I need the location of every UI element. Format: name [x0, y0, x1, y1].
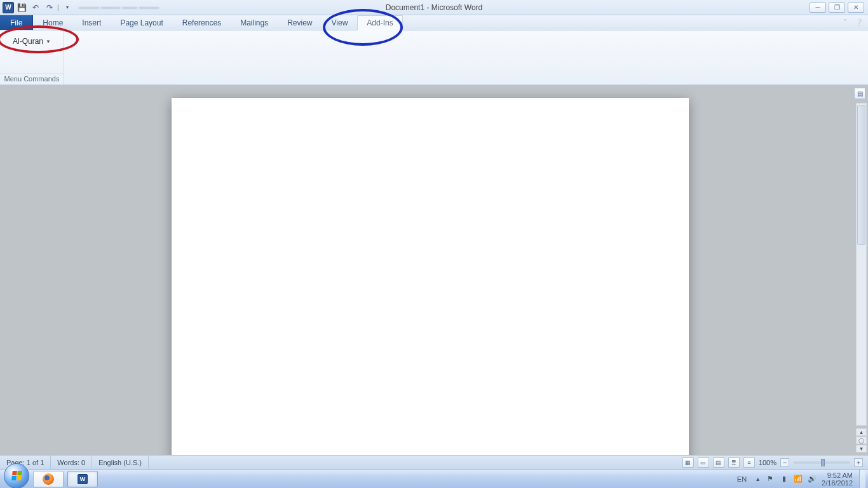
title-bar: W 💾 ↶ ↷ | ▾ ──── ──── ─── ──── Document1…	[0, 0, 868, 15]
chevron-down-icon: ▼	[46, 39, 51, 44]
ribbon-tab-strip: File Home Insert Page Layout References …	[0, 15, 868, 30]
flag-icon[interactable]: ⚑	[766, 475, 775, 484]
window-controls: ─ ❐ ✕	[810, 3, 868, 13]
tab-review[interactable]: Review	[278, 15, 322, 30]
undo-icon[interactable]: ↶	[29, 1, 42, 14]
al-quran-dropdown[interactable]: Al-Quran ▼	[8, 36, 56, 47]
view-full-screen-icon[interactable]: ▭	[698, 458, 709, 468]
file-tab[interactable]: File	[0, 15, 33, 30]
word-app-icon[interactable]: W	[3, 2, 14, 13]
status-words[interactable]: Words: 0	[51, 456, 92, 469]
page-navigation: ▲ ◯ ▼	[856, 428, 867, 452]
al-quran-label: Al-Quran	[13, 37, 43, 46]
ruler-toggle-icon[interactable]: ▤	[854, 88, 865, 99]
tab-mailings[interactable]: Mailings	[231, 15, 278, 30]
next-page-button[interactable]: ▼	[856, 445, 867, 452]
tab-page-layout[interactable]: Page Layout	[111, 15, 172, 30]
tray-clock[interactable]: 9:52 AM 2/18/2012	[822, 471, 854, 487]
word-icon: W	[78, 474, 88, 484]
firefox-icon	[43, 473, 54, 485]
network-icon[interactable]: 📶	[794, 475, 803, 484]
scrollbar-thumb[interactable]	[857, 105, 865, 245]
zoom-level[interactable]: 100%	[759, 459, 776, 466]
view-print-layout-icon[interactable]: ▦	[682, 458, 694, 468]
ribbon-minimize-icon[interactable]: ˇ	[840, 17, 850, 27]
tray-date: 2/18/2012	[822, 479, 853, 487]
browse-object-button[interactable]: ◯	[856, 437, 867, 444]
tray-show-hidden-icon[interactable]: ▲	[755, 476, 761, 482]
redo-icon[interactable]: ↷	[43, 1, 56, 14]
windows-logo-icon	[11, 471, 22, 480]
tab-insert[interactable]: Insert	[72, 15, 111, 30]
zoom-out-button[interactable]: −	[780, 458, 789, 467]
view-outline-icon[interactable]: ≣	[728, 458, 740, 468]
quick-access-toolbar: W 💾 ↶ ↷ | ▾ ──── ──── ─── ────	[0, 1, 159, 14]
save-icon[interactable]: 💾	[15, 1, 28, 14]
view-web-layout-icon[interactable]: ▤	[713, 458, 724, 468]
zoom-slider[interactable]	[793, 461, 850, 464]
minimize-button[interactable]: ─	[810, 3, 826, 13]
tab-view[interactable]: View	[322, 15, 358, 30]
status-language[interactable]: English (U.S.)	[92, 456, 149, 469]
document-area[interactable]: ▤ ▲ ◯ ▼	[0, 85, 868, 455]
help-icon[interactable]: ❔	[854, 17, 864, 27]
tray-language[interactable]: EN	[734, 474, 750, 484]
taskbar: W EN ▲ ⚑ ▮ 📶 🔊 9:52 AM 2/18/2012	[0, 469, 868, 488]
ribbon-group-label: Menu Commands	[0, 73, 64, 85]
show-desktop-button[interactable]	[859, 470, 865, 489]
ribbon-group-menu-commands: Al-Quran ▼ Menu Commands	[0, 30, 64, 85]
qat-customize-icon[interactable]: ▾	[61, 1, 74, 14]
status-bar: Page: 1 of 1 Words: 0 English (U.S.) ▦ ▭…	[0, 455, 868, 469]
tray-time: 9:52 AM	[822, 471, 853, 479]
system-tray: EN ▲ ⚑ ▮ 📶 🔊 9:52 AM 2/18/2012	[734, 470, 868, 489]
vertical-scrollbar[interactable]	[856, 103, 867, 426]
tab-add-ins[interactable]: Add-Ins	[357, 15, 402, 30]
taskbar-firefox[interactable]	[33, 471, 64, 487]
close-button[interactable]: ✕	[848, 3, 864, 13]
qat-divider: |	[57, 4, 60, 11]
restore-button[interactable]: ❐	[829, 3, 845, 13]
tab-home[interactable]: Home	[33, 15, 72, 30]
volume-icon[interactable]: 🔊	[808, 475, 817, 484]
start-button[interactable]	[4, 463, 29, 489]
tab-references[interactable]: References	[173, 15, 231, 30]
previous-page-button[interactable]: ▲	[856, 428, 867, 436]
battery-icon[interactable]: ▮	[780, 475, 789, 484]
zoom-in-button[interactable]: +	[854, 458, 863, 467]
zoom-slider-knob[interactable]	[821, 459, 825, 466]
view-draft-icon[interactable]: ≡	[743, 458, 755, 468]
taskbar-word[interactable]: W	[67, 471, 98, 487]
ribbon-panel: Al-Quran ▼ Menu Commands	[0, 30, 868, 85]
blurred-qat-text: ──── ──── ─── ────	[79, 4, 159, 11]
document-page[interactable]	[172, 98, 689, 455]
